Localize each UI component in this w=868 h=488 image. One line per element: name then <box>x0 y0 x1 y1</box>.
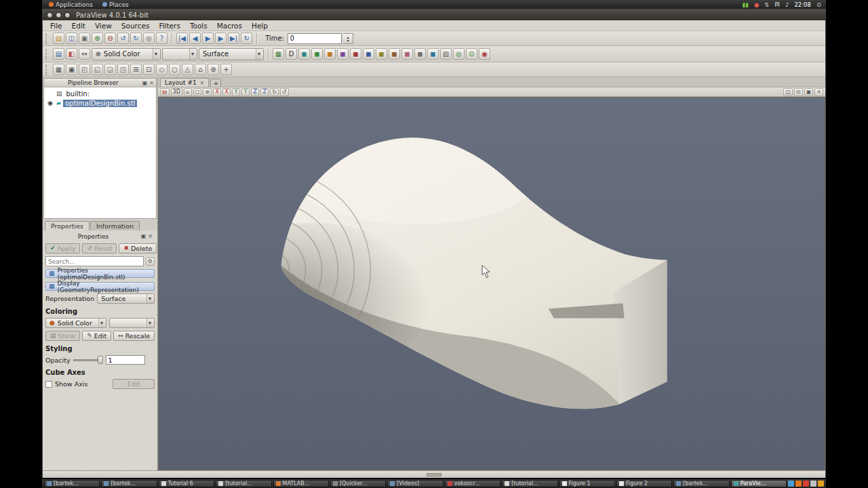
reset-button[interactable]: ↺ Reset <box>82 243 117 253</box>
rescale-button[interactable]: ↔ Rescale <box>113 331 155 341</box>
rotate-90-cw-icon[interactable]: ↻ <box>270 88 279 96</box>
menu-item[interactable]: Macros <box>212 22 247 30</box>
tray-app-blue-icon[interactable] <box>788 481 794 487</box>
split-horizontal-icon[interactable]: ◫ <box>783 88 793 96</box>
save-screenshot-icon[interactable]: ▣ <box>79 33 90 44</box>
group-datasets-filter-icon[interactable]: ◼ <box>414 48 426 60</box>
menu-item[interactable]: Edit <box>67 22 90 30</box>
tab-information[interactable]: Information <box>90 221 140 230</box>
toolbar-grip[interactable] <box>45 64 50 75</box>
vcr-play-icon[interactable]: ▶ <box>202 33 214 44</box>
zoom-to-data-icon[interactable]: ⊕ <box>208 64 219 75</box>
select-points-through-icon[interactable]: ◱ <box>92 64 103 75</box>
task-figure-1[interactable]: Figure 1 <box>559 480 615 487</box>
toggle-color-legend-view-icon[interactable]: ▤ <box>160 88 170 96</box>
rescale-to-data-range-icon[interactable]: ↔ <box>79 48 90 60</box>
task-bartek-2[interactable]: [bartek... <box>101 480 157 487</box>
applications-menu[interactable]: Applications <box>45 1 97 8</box>
clock[interactable]: 22:08 <box>792 1 813 8</box>
help-icon[interactable]: ? <box>156 33 167 44</box>
add-layout-tab-button[interactable]: + <box>210 79 221 87</box>
slice-filter-icon[interactable]: ◼ <box>337 48 349 60</box>
tray-app-gray-icon[interactable] <box>810 481 816 487</box>
delete-button[interactable]: ✖ Delete <box>119 243 157 253</box>
close-panel-icon[interactable]: × <box>148 233 153 239</box>
notification-icon[interactable]: ● <box>752 1 761 8</box>
task-bartek-3[interactable]: [bartek... <box>673 480 729 487</box>
representation-combo-toolbar[interactable]: Surface ▾ <box>199 48 264 60</box>
pipeline-item-label[interactable]: builtin: <box>64 90 92 98</box>
select-points-on-surface-icon[interactable]: ▣ <box>66 64 77 75</box>
time-input[interactable] <box>288 33 342 44</box>
task-bartek-1[interactable]: [bartek... <box>44 480 100 487</box>
show-color-legend-button[interactable]: ▤ Show <box>45 331 80 341</box>
tray-app-orange-icon[interactable] <box>795 481 802 487</box>
disconnect-server-icon[interactable]: ⊖ <box>104 33 116 44</box>
workspace-indicator-icon[interactable]: ▮▮ <box>741 1 751 8</box>
rotate-90-ccw-icon[interactable]: ↺ <box>280 88 289 96</box>
window-titlebar[interactable]: ParaView 4.0.1 64-bit <box>43 9 825 20</box>
opacity-slider[interactable] <box>73 356 103 364</box>
view-plus-y-icon[interactable]: Y <box>232 88 240 96</box>
view-plus-z-icon[interactable]: Z <box>251 88 259 96</box>
hover-cells-icon[interactable]: ○ <box>169 64 180 75</box>
window-maximize-button[interactable] <box>64 12 71 18</box>
reset-camera-icon[interactable]: ⌂ <box>195 64 206 75</box>
stream-tracer-filter-icon[interactable]: ◼ <box>389 48 400 60</box>
section-display[interactable]: ▦ Display (GeometryRepresentation) <box>45 282 155 291</box>
calculator-filter-icon[interactable]: ◼ <box>298 48 310 60</box>
vcr-last-frame-icon[interactable]: ▶| <box>228 33 239 44</box>
pipeline-browser-header[interactable]: Pipeline Browser ▣ × <box>44 79 156 87</box>
render-view-canvas[interactable] <box>159 98 825 470</box>
layout-tab[interactable]: Layout #1 × <box>160 78 209 87</box>
opacity-input[interactable] <box>106 355 145 365</box>
task-tutorial-6[interactable]: Tutorial 6 <box>159 480 214 487</box>
coloring-component-combo[interactable]: ▾ <box>109 318 155 328</box>
tray-app-amber-icon[interactable] <box>818 481 824 487</box>
slider-handle[interactable] <box>98 356 103 364</box>
maximize-view-icon[interactable]: ▣ <box>804 88 814 96</box>
select-points-polygon-icon[interactable]: ◳ <box>117 64 129 75</box>
glyph-filter-icon[interactable]: ◼ <box>376 48 387 60</box>
task-vokoscreen[interactable]: vokoscr... <box>445 480 500 487</box>
search-options-gear-icon[interactable]: ⚙ <box>146 258 155 266</box>
resize-grip[interactable] <box>427 473 441 476</box>
reset-camera-view-icon[interactable]: ⌂ <box>184 88 192 96</box>
task-quicker[interactable]: [Quicker... <box>330 480 386 487</box>
window-minimize-button[interactable] <box>56 12 62 18</box>
zoom-to-data-view-icon[interactable]: ⊕ <box>203 88 212 96</box>
render-viewport[interactable] <box>158 97 825 470</box>
show-axis-checkbox[interactable] <box>45 381 52 388</box>
window-close-button[interactable] <box>47 12 53 18</box>
toolbar-grip[interactable] <box>45 49 50 60</box>
task-tutorial-1[interactable]: [tutorial... <box>216 480 271 487</box>
select-cells-through-icon[interactable]: ◰ <box>79 64 90 75</box>
show-orientation-axes-icon[interactable]: ▦ <box>273 48 284 60</box>
vcr-loop-icon[interactable]: ↻ <box>241 33 252 44</box>
auto-apply-icon[interactable]: ◎ <box>143 33 155 44</box>
task-figure-2[interactable]: Figure 2 <box>616 480 672 487</box>
pipeline-item-builtin[interactable]: ▤ builtin: <box>45 89 155 98</box>
close-view-icon[interactable]: × <box>814 88 823 96</box>
component-combo[interactable]: ▾ <box>162 48 197 60</box>
split-vertical-icon[interactable]: ⊟ <box>794 88 803 96</box>
edit-view-options-icon[interactable]: D <box>285 48 297 60</box>
interactive-select-points-icon[interactable]: ◇ <box>156 64 167 75</box>
apply-button[interactable]: ✔ Apply <box>45 243 80 253</box>
center-axes-visibility-icon[interactable]: ⊙ <box>466 48 477 60</box>
fast-preview-icon[interactable]: ▧ <box>440 48 452 60</box>
view-minus-y-icon[interactable]: Y <box>241 88 250 96</box>
float-panel-icon[interactable]: ▣ <box>141 233 146 239</box>
task-matlab[interactable]: MATLAB... <box>273 480 329 487</box>
view-minus-z-icon[interactable]: Z <box>260 88 269 96</box>
close-tab-icon[interactable]: × <box>200 80 205 86</box>
rubber-band-zoom-icon[interactable]: ◻ <box>193 88 202 96</box>
visibility-eye-icon[interactable]: ◉ <box>46 100 54 106</box>
undo-icon[interactable]: ↺ <box>117 33 129 44</box>
view-minus-x-icon[interactable]: X <box>222 88 231 96</box>
edit-color-map-button[interactable]: ✎ Edit <box>82 331 111 341</box>
edit-color-map-icon[interactable]: ◧ <box>66 48 77 60</box>
volume-icon[interactable]: ♪ <box>783 1 791 8</box>
hover-points-icon[interactable]: △ <box>182 64 193 75</box>
extract-subset-filter-icon[interactable]: ◼ <box>363 48 374 60</box>
